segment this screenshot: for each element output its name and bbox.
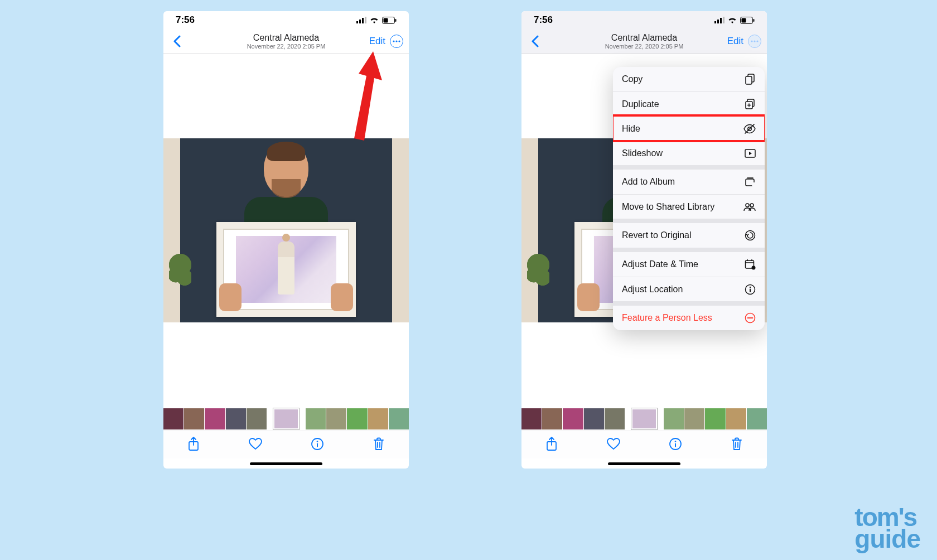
- menu-feature-less[interactable]: Feature a Person Less: [613, 306, 765, 330]
- thumbnail[interactable]: [684, 408, 704, 429]
- edit-button[interactable]: Edit: [727, 36, 743, 47]
- location-title: Central Alameda: [611, 33, 677, 43]
- trash-icon: [373, 437, 384, 451]
- clock: 7:56: [534, 15, 578, 26]
- thumbnail[interactable]: [247, 408, 267, 429]
- photo: [163, 138, 409, 322]
- heart-icon: [249, 438, 262, 450]
- thumbnail[interactable]: [389, 408, 409, 429]
- thumbnail-strip[interactable]: [521, 407, 767, 431]
- album-icon: [745, 177, 756, 187]
- svg-rect-6: [395, 19, 397, 22]
- thumbnail[interactable]: [705, 408, 725, 429]
- svg-rect-17: [723, 17, 725, 23]
- svg-rect-13: [317, 443, 318, 447]
- back-button[interactable]: [527, 35, 543, 47]
- menu-duplicate[interactable]: Duplicate: [613, 91, 765, 116]
- menu-copy[interactable]: Copy: [613, 67, 765, 91]
- thumbnail[interactable]: [184, 408, 204, 429]
- back-button[interactable]: [169, 35, 185, 47]
- edit-button[interactable]: Edit: [369, 36, 385, 47]
- photo-viewer[interactable]: [163, 54, 409, 407]
- cellular-icon: [356, 17, 366, 23]
- status-icons: [714, 17, 755, 24]
- thumbnail[interactable]: [563, 408, 583, 429]
- menu-hide[interactable]: Hide: [613, 116, 765, 141]
- thumbnail-current[interactable]: [631, 408, 657, 429]
- status-bar: 7:56: [163, 11, 409, 29]
- thumbnail[interactable]: [368, 408, 388, 429]
- nav-bar: Central Alameda November 22, 2020 2:05 P…: [521, 29, 767, 54]
- menu-add-album[interactable]: Add to Album: [613, 170, 765, 194]
- favorite-button[interactable]: [249, 438, 262, 452]
- thumbnail[interactable]: [306, 408, 326, 429]
- share-icon: [188, 437, 199, 451]
- svg-rect-20: [754, 19, 755, 22]
- menu-move-shared[interactable]: Move to Shared Library: [613, 194, 765, 219]
- svg-rect-5: [384, 18, 388, 22]
- phone-screenshot-left: 7:56 Central Alameda November 22, 2020 2…: [163, 11, 409, 469]
- delete-button[interactable]: [373, 437, 384, 453]
- info-icon: [311, 438, 323, 450]
- info-button[interactable]: [311, 438, 323, 452]
- svg-rect-0: [356, 21, 358, 23]
- thumbnail-current[interactable]: [273, 408, 299, 429]
- thumbnail[interactable]: [226, 408, 246, 429]
- favorite-button[interactable]: [607, 438, 620, 452]
- share-icon: [546, 437, 557, 451]
- thumbnail-strip[interactable]: [163, 407, 409, 431]
- bottom-toolbar: [521, 431, 767, 458]
- thumbnail[interactable]: [163, 408, 183, 429]
- toms-guide-logo: tom's guide: [854, 506, 920, 550]
- people-icon: [743, 202, 756, 211]
- menu-label: Move to Shared Library: [622, 202, 714, 212]
- bottom-toolbar: [163, 431, 409, 458]
- thumbnail[interactable]: [726, 408, 746, 429]
- date-subtitle: November 22, 2020 2:05 PM: [247, 43, 326, 50]
- svg-point-7: [393, 40, 394, 42]
- location-title: Central Alameda: [253, 33, 319, 43]
- thumbnail[interactable]: [747, 408, 767, 429]
- thumbnail[interactable]: [347, 408, 367, 429]
- menu-label: Adjust Date & Time: [622, 259, 698, 269]
- duplicate-icon: [745, 99, 756, 110]
- more-button[interactable]: [748, 35, 761, 48]
- share-button[interactable]: [188, 437, 199, 453]
- home-indicator[interactable]: [521, 458, 767, 469]
- thumbnail[interactable]: [605, 408, 625, 429]
- revert-icon: [745, 230, 756, 241]
- home-indicator[interactable]: [163, 458, 409, 469]
- svg-rect-46: [675, 443, 676, 447]
- svg-point-37: [752, 266, 756, 270]
- chevron-left-icon: [531, 35, 539, 47]
- wifi-icon: [370, 17, 379, 23]
- menu-slideshow[interactable]: Slideshow: [613, 141, 765, 165]
- heart-icon: [607, 438, 620, 450]
- menu-revert[interactable]: Revert to Original: [613, 223, 765, 248]
- ellipsis-icon: [393, 40, 400, 42]
- menu-adjust-date[interactable]: Adjust Date & Time: [613, 252, 765, 277]
- share-button[interactable]: [546, 437, 557, 453]
- svg-point-23: [756, 40, 758, 42]
- wifi-icon: [728, 17, 737, 23]
- info-circle-icon: [745, 284, 756, 295]
- menu-label: Add to Album: [622, 177, 675, 187]
- info-button[interactable]: [669, 438, 682, 452]
- thumbnail[interactable]: [205, 408, 225, 429]
- trash-icon: [731, 437, 742, 451]
- svg-point-12: [317, 441, 318, 442]
- thumbnail[interactable]: [542, 408, 562, 429]
- menu-adjust-location[interactable]: Adjust Location: [613, 277, 765, 301]
- status-bar: 7:56: [521, 11, 767, 29]
- thumbnail[interactable]: [326, 408, 346, 429]
- context-menu: Copy Duplicate Hide Slideshow Add to Alb…: [613, 67, 765, 330]
- svg-point-33: [746, 204, 749, 207]
- thumbnail[interactable]: [521, 408, 542, 429]
- svg-point-45: [675, 441, 677, 442]
- more-button[interactable]: [390, 35, 403, 48]
- delete-button[interactable]: [731, 437, 742, 453]
- battery-icon: [740, 17, 755, 24]
- thumbnail[interactable]: [664, 408, 684, 429]
- menu-label: Adjust Location: [622, 284, 683, 295]
- thumbnail[interactable]: [584, 408, 604, 429]
